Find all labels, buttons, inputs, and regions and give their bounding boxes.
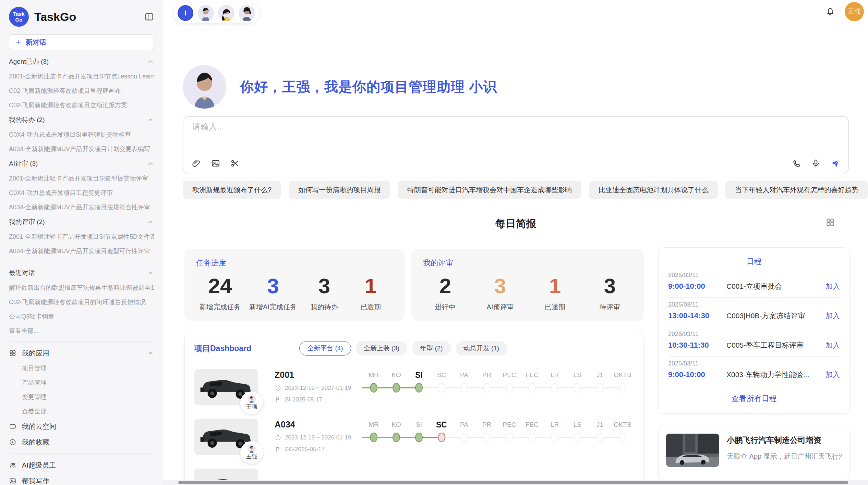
suggestion-chip[interactable]: 欧洲新规最近颁布了什么? (183, 181, 281, 199)
tab-new-platform[interactable]: 全新平台 (4) (299, 341, 351, 356)
tab-new-body[interactable]: 全新上装 (3) (356, 341, 408, 356)
list-item[interactable]: 公司Q3轻卡销量 (9, 309, 154, 324)
app-item-change-mgmt[interactable]: 变更管理 (9, 390, 154, 404)
suggestion-chip[interactable]: 比亚迪全固态电池计划具体说了什么 (589, 181, 718, 199)
join-link[interactable]: 加入 (825, 282, 840, 291)
app-item-project-mgmt[interactable]: 项目管理 (9, 361, 154, 375)
list-item[interactable]: A034-全新新能源MUV产品开发项目造型可行性评审 (9, 244, 154, 258)
section-agent-done[interactable]: Agent已办 (3) (9, 54, 154, 69)
list-item[interactable]: A034-全新新能源MUV产品开发项目计划变更表编写 (9, 142, 154, 156)
news-title: 小鹏飞行汽车制造公司增资 (727, 435, 842, 446)
join-link[interactable]: 加入 (825, 370, 840, 380)
list-item[interactable]: C0X4-动力总成开发项目SI里程碑提交物检查 (9, 127, 154, 142)
milestone-dot (506, 433, 513, 442)
chevron-up-icon[interactable] (147, 160, 154, 167)
join-link[interactable]: 加入 (825, 340, 840, 350)
stat-value: 2 (426, 270, 464, 302)
divider (668, 297, 840, 298)
project-dashboard-card: 项目Dashboard 全新平台 (4) 全新上装 (3) 年型 (2) 动总开… (184, 332, 644, 485)
microphone-icon[interactable] (811, 159, 821, 168)
scissors-icon[interactable] (230, 159, 240, 168)
schedule-title: 日程 (668, 257, 840, 267)
sidebar-item-ai-employee[interactable]: AI超级员工 (9, 457, 154, 473)
sidebar-collapse-icon[interactable] (144, 12, 154, 22)
add-agent-button[interactable] (178, 5, 193, 21)
app-item-product-mgmt[interactable]: 产品管理 (9, 375, 154, 390)
list-item[interactable]: C02-飞腾新能源轻客改款项目立项汇报方案 (9, 98, 154, 112)
sidebar-item-help-write[interactable]: 帮我写作 (9, 473, 154, 485)
news-card[interactable]: 小鹏飞行汽车制造公司增资 天眼查 App 显示，近日广州汇天飞行汽... (658, 426, 850, 481)
list-item[interactable]: C02-飞腾新能源轻客改款项目里程碑画布 (9, 84, 154, 98)
project-dates: 2023-12-19 ~ 2027-01-19 (275, 385, 359, 391)
tab-powertrain[interactable]: 动总开发 (1) (456, 341, 507, 356)
divider (9, 453, 154, 454)
agent-avatar-3[interactable] (239, 5, 255, 21)
sidebar-item-favorites[interactable]: 我的收藏 (9, 434, 154, 450)
section-my-apps[interactable]: 我的应用 (9, 345, 154, 361)
agent-avatar-2[interactable] (218, 5, 234, 21)
agent-avatar-1[interactable] (197, 5, 214, 21)
new-chat-button[interactable]: 新对话 (9, 34, 154, 50)
list-item[interactable]: Z001-全新燃油皮卡产品开发项目SI节点Lesson Learn报告 (9, 69, 154, 84)
project-code: A034 (275, 420, 359, 430)
milestone-track: MR KO SI SC PA PR PEC FEC LR LS J1 OKTB (362, 419, 634, 455)
suggestion-chip[interactable]: 当下年轻人对汽车外观有怎样的喜好趋势 (725, 181, 868, 199)
suggestion-chip[interactable]: 特朗普可能对进口汽车增税会对中国车企造成哪些影响 (398, 181, 581, 199)
image-attach-icon[interactable] (211, 159, 220, 168)
view-all-schedule-link[interactable]: 查看所有日程 (668, 386, 840, 407)
list-item[interactable]: C02-飞腾新能源轻客改款项目的闭环通告反馈情况 (9, 295, 154, 309)
chevron-up-icon[interactable] (147, 58, 154, 65)
chevron-up-icon[interactable] (147, 350, 154, 357)
milestone-dot-done (370, 433, 377, 442)
list-item[interactable]: Z001-全新燃油轻卡产品开发项目SI造型提交物评审 (9, 171, 154, 186)
tab-year-model[interactable]: 年型 (2) (412, 341, 451, 356)
event-name: C005-整车工程目标评审 (726, 340, 825, 350)
sidebar-item-cloud-space[interactable]: 我的云空间 (9, 419, 154, 434)
chevron-up-icon[interactable] (147, 116, 154, 123)
schedule-event: 2025/03/11 13:00-14:30 C003|H0B-方案冻结评审 加… (668, 301, 840, 327)
project-row-a034[interactable]: 王强 A034 2023-12-19 ~ 2026-01-19 SC-2025-… (194, 419, 634, 455)
project-row-z001[interactable]: 王强 Z001 2023-12-19 ~ 2027-01-19 SI-2025-… (194, 369, 634, 405)
user-avatar[interactable]: 王强 (845, 2, 864, 21)
milestone-dot (619, 383, 626, 393)
phone-icon[interactable] (792, 159, 801, 168)
paperclip-icon[interactable] (192, 159, 201, 168)
suggestion-chip[interactable]: 如何写一份清晰的项目周报 (289, 181, 390, 199)
stat: 24 新增完成任务 (200, 270, 241, 312)
list-item[interactable]: 解释最新出台的欧盟报废车法规再生塑料比例被调至15%... (9, 281, 154, 295)
send-icon[interactable] (830, 159, 840, 168)
divider (668, 327, 840, 327)
section-my-review[interactable]: 我的评审 (2) (9, 214, 154, 229)
section-my-todo[interactable]: 我的待办 (2) (9, 112, 154, 127)
sidebar-header: Task Go TaskGo (0, 6, 163, 27)
chevron-up-icon[interactable] (147, 219, 154, 225)
flag-icon (275, 446, 281, 453)
list-item[interactable]: Z001-全新燃油轻卡产品开发项目SI节点属性5D文件评审 (9, 229, 154, 244)
project-flag: SC-2025-05-17 (275, 446, 359, 453)
daily-briefing-title: 每日简报 (495, 218, 537, 229)
list-item[interactable]: C0X4-动力总成开发项目工程变更评审 (9, 186, 154, 200)
card-title: 任务进度 (196, 258, 393, 268)
composer (183, 116, 849, 174)
view-all-apps[interactable]: 查看全部... (9, 404, 154, 419)
stat-label: 新增完成任务 (200, 302, 241, 312)
join-link[interactable]: 加入 (825, 311, 840, 321)
event-time: 9:00-10:00 (668, 370, 726, 379)
app-window: Task Go TaskGo 新对话 Agent已办 (3) Z001-全新燃油… (0, 0, 868, 485)
horizontal-scrollbar-track[interactable] (163, 480, 868, 485)
section-recent-chats[interactable]: 最近对话 (9, 265, 154, 281)
view-all-chats[interactable]: 查看全部... (9, 324, 154, 338)
section-ai-review[interactable]: AI评审 (3) (9, 156, 154, 171)
chevron-up-icon[interactable] (147, 270, 154, 276)
milestone-dot (619, 433, 626, 442)
milestone-track: MR KO SI SC PA PR PEC FEC LR LS J1 OKTB (362, 369, 634, 405)
list-item[interactable]: A034-全新新能源MUV产品开发项目法规符合性评审 (9, 200, 154, 214)
message-input[interactable] (192, 122, 604, 132)
notification-bell-icon[interactable] (825, 6, 835, 16)
composer-right-tools (792, 159, 840, 168)
horizontal-scrollbar-thumb[interactable] (178, 481, 848, 484)
layout-grid-icon[interactable] (825, 217, 835, 227)
briefing-stats: 任务进度 24 新增完成任务 3 新增AI完成任务 3 我的待办 (184, 249, 644, 321)
app-title: TaskGo (34, 10, 76, 24)
milestone-dot (460, 433, 468, 442)
